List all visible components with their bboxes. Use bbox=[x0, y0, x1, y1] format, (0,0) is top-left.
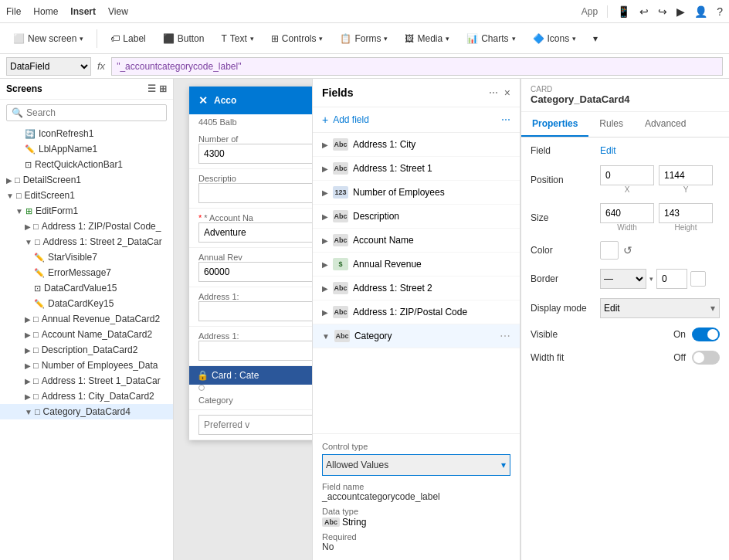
annual-revenue-expand[interactable]: ▶ bbox=[25, 315, 31, 324]
visible-toggle-knob bbox=[707, 329, 718, 340]
list-view-icon[interactable]: ☰ bbox=[147, 83, 156, 94]
data-type-text: String bbox=[342, 517, 366, 528]
controls-button[interactable]: ⊞ Controls ▾ bbox=[264, 29, 331, 48]
tree-item-address-zip[interactable]: ▶ □ Address 1: ZIP/Postal Code_ bbox=[0, 219, 173, 234]
editscreen-expand[interactable]: ▼ bbox=[6, 192, 14, 200]
redo-icon[interactable]: ↪ bbox=[658, 5, 667, 18]
fields-more-icon[interactable]: ⋯ bbox=[489, 87, 498, 98]
border-color-swatch[interactable] bbox=[690, 271, 706, 287]
menu-home[interactable]: Home bbox=[33, 6, 58, 17]
media-icon: 🖼 bbox=[405, 33, 414, 44]
form-close-icon[interactable]: ✕ bbox=[198, 94, 208, 107]
address-zip-expand[interactable]: ▶ bbox=[25, 222, 31, 231]
display-mode-row: Display mode Edit bbox=[531, 298, 720, 318]
tree-item-detailscreen1[interactable]: ▶ □ DetailScreen1 bbox=[0, 172, 173, 188]
number-input[interactable] bbox=[198, 144, 312, 164]
display-mode-select[interactable]: Edit bbox=[600, 298, 720, 318]
new-screen-button[interactable]: ⬜ New screen ▾ bbox=[6, 29, 90, 48]
button-button[interactable]: ⬛ Button bbox=[156, 29, 212, 48]
visible-toggle[interactable] bbox=[692, 328, 720, 341]
user-icon[interactable]: 👤 bbox=[694, 5, 707, 18]
field-item-annual-revenue[interactable]: ▶ $ Annual Revenue bbox=[313, 253, 520, 277]
preferred-input[interactable] bbox=[198, 415, 312, 435]
tab-advanced[interactable]: Advanced bbox=[634, 112, 697, 137]
tree-item-lblappname1[interactable]: ✏️ LblAppName1 bbox=[0, 141, 173, 157]
tab-rules[interactable]: Rules bbox=[588, 112, 634, 137]
add-field-more-icon[interactable]: ⋯ bbox=[501, 114, 510, 125]
category-expand[interactable]: ▼ bbox=[25, 408, 32, 416]
description-input[interactable] bbox=[198, 183, 312, 203]
annual-rev-input[interactable] bbox=[198, 262, 312, 282]
more-button[interactable]: ▾ bbox=[586, 29, 605, 48]
tree-item-rectquickactionbar1[interactable]: ⊡ RectQuickActionBar1 bbox=[0, 157, 173, 172]
detailscreen-expand[interactable]: ▶ bbox=[6, 176, 12, 185]
size-height-input[interactable] bbox=[659, 203, 713, 223]
control-type-select[interactable]: Allowed Values bbox=[322, 454, 510, 476]
field-item-address-street2[interactable]: ▶ Abc Address 1: Street 2 bbox=[313, 277, 520, 300]
address-street1-expand[interactable]: ▶ bbox=[25, 377, 31, 385]
size-width-input[interactable] bbox=[600, 203, 654, 223]
field-item-account-name[interactable]: ▶ Abc Account Name bbox=[313, 229, 520, 253]
add-field-button[interactable]: + Add field ⋯ bbox=[313, 107, 520, 133]
menu-file[interactable]: File bbox=[6, 6, 21, 17]
icons-button[interactable]: 🔷 Icons ▾ bbox=[526, 29, 584, 48]
color-swatch[interactable] bbox=[600, 241, 619, 260]
phone-icon[interactable]: 📱 bbox=[617, 5, 630, 18]
tree-item-address-street1[interactable]: ▶ □ Address 1: Street 1_DataCar bbox=[0, 373, 173, 389]
charts-button[interactable]: 📊 Charts ▾ bbox=[459, 29, 522, 48]
field-item-category[interactable]: ▼ Abc Category ⋯ bbox=[313, 324, 520, 348]
tree-item-num-employees[interactable]: ▶ □ Number of Employees_Data bbox=[0, 358, 173, 373]
position-y-input[interactable] bbox=[659, 165, 713, 185]
help-icon[interactable]: ? bbox=[717, 5, 723, 18]
search-input[interactable] bbox=[26, 107, 161, 118]
description-expand[interactable]: ▶ bbox=[25, 346, 31, 355]
field-selector[interactable]: DataField bbox=[6, 57, 91, 76]
address1-2-input[interactable] bbox=[198, 341, 312, 361]
width-fit-toggle[interactable] bbox=[692, 351, 720, 365]
tree-item-errormessage7[interactable]: ✏️ ErrorMessage7 bbox=[0, 265, 173, 280]
editform-expand[interactable]: ▼ bbox=[15, 207, 23, 216]
account-name-expand[interactable]: ▶ bbox=[25, 331, 31, 339]
field-item-address-zip[interactable]: ▶ Abc Address 1: ZIP/Postal Code bbox=[313, 300, 520, 324]
category-more-icon[interactable]: ⋯ bbox=[500, 330, 510, 342]
play-icon[interactable]: ▶ bbox=[676, 5, 685, 18]
forms-button[interactable]: 📋 Forms ▾ bbox=[333, 29, 395, 48]
tree-item-datacardkey15[interactable]: ✏️ DataCardKey15 bbox=[0, 296, 173, 311]
field-item-address-city[interactable]: ▶ Abc Address 1: City bbox=[313, 133, 520, 157]
tree-item-address-street2[interactable]: ▼ □ Address 1: Street 2_DataCar bbox=[0, 234, 173, 249]
address1-input[interactable] bbox=[198, 301, 312, 321]
field-item-address-street1[interactable]: ▶ Abc Address 1: Street 1 bbox=[313, 157, 520, 181]
tree-item-annual-revenue[interactable]: ▶ □ Annual Revenue_DataCard2 bbox=[0, 311, 173, 327]
address-street2-expand[interactable]: ▼ bbox=[25, 238, 32, 246]
account-name-input[interactable] bbox=[198, 222, 312, 243]
field-edit-link[interactable]: Edit bbox=[600, 145, 720, 156]
address-city-expand[interactable]: ▶ bbox=[25, 392, 31, 401]
tree-item-datacardvalue15[interactable]: ⊡ DataCardValue15 bbox=[0, 280, 173, 296]
border-style-select[interactable]: — bbox=[600, 269, 646, 289]
field-item-description[interactable]: ▶ Abc Description bbox=[313, 205, 520, 229]
tree-item-description[interactable]: ▶ □ Description_DataCard2 bbox=[0, 342, 173, 358]
text-button[interactable]: T Text ▾ bbox=[214, 29, 260, 48]
menu-view[interactable]: View bbox=[108, 6, 128, 17]
tree-item-account-name[interactable]: ▶ □ Account Name_DataCard2 bbox=[0, 327, 173, 342]
color-reset-icon[interactable]: ↺ bbox=[623, 244, 632, 256]
formula-input[interactable] bbox=[111, 57, 723, 76]
menu-insert[interactable]: Insert bbox=[70, 6, 96, 17]
label-button[interactable]: 🏷 Label bbox=[103, 29, 152, 48]
undo-icon[interactable]: ↩ bbox=[639, 5, 649, 18]
num-employees-expand[interactable]: ▶ bbox=[25, 361, 31, 370]
tree-item-iconrefresh1[interactable]: 🔄 IconRefresh1 bbox=[0, 126, 173, 141]
tree-item-editform1[interactable]: ▼ ⊞ EditForm1 bbox=[0, 203, 173, 219]
field-item-num-employees[interactable]: ▶ 123 Number of Employees bbox=[313, 181, 520, 205]
media-button[interactable]: 🖼 Media ▾ bbox=[398, 29, 456, 48]
tree-item-editscreen1[interactable]: ▼ □ EditScreen1 bbox=[0, 188, 173, 203]
tree-item-address-city[interactable]: ▶ □ Address 1: City_DataCard2 bbox=[0, 389, 173, 404]
position-x-input[interactable] bbox=[600, 165, 654, 185]
fields-close-button[interactable]: × bbox=[504, 87, 510, 99]
border-value-input[interactable] bbox=[656, 269, 687, 289]
new-screen-icon: ⬜ bbox=[13, 33, 25, 44]
grid-view-icon[interactable]: ⊞ bbox=[159, 83, 167, 94]
tree-item-category-datacard4[interactable]: ▼ □ Category_DataCard4 bbox=[0, 404, 173, 419]
tab-properties[interactable]: Properties bbox=[521, 112, 588, 137]
tree-item-starvisible7[interactable]: ✏️ StarVisible7 bbox=[0, 249, 173, 265]
